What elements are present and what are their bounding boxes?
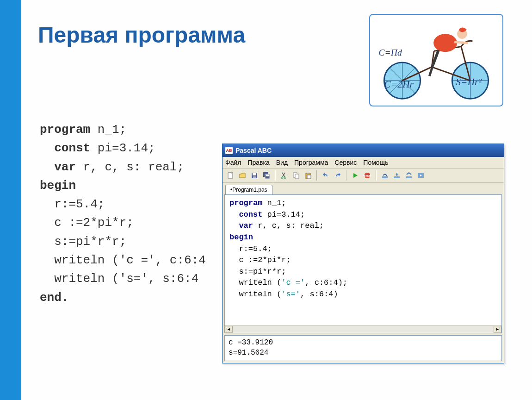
redo-icon[interactable]	[333, 170, 343, 181]
save-all-icon[interactable]	[261, 170, 272, 181]
svg-line-15	[454, 42, 468, 43]
output-panel: c =33.9120 s=91.5624	[224, 335, 502, 361]
svg-point-13	[433, 34, 457, 52]
step-out-icon[interactable]	[404, 170, 414, 181]
tabbar: •Program1.pas	[223, 183, 504, 194]
menu-edit[interactable]: Правка	[247, 159, 269, 166]
svg-rect-20	[253, 173, 256, 175]
output-line: s=91.5624	[229, 348, 498, 358]
toolbar: STOP	[223, 169, 504, 183]
copy-icon[interactable]	[291, 170, 301, 181]
window-title: Pascal ABC	[235, 147, 272, 154]
svg-rect-34	[394, 176, 400, 178]
menubar: Файл Правка Вид Программа Сервис Помощь	[223, 157, 504, 169]
formula-c-2pr: C=2Пr	[384, 79, 414, 90]
menu-program[interactable]: Программа	[294, 159, 328, 166]
stop-icon[interactable]: STOP	[362, 170, 372, 181]
svg-rect-31	[307, 175, 311, 179]
new-file-icon[interactable]	[225, 170, 235, 181]
scroll-left-icon[interactable]: ◄	[225, 326, 233, 333]
menu-file[interactable]: Файл	[225, 159, 241, 166]
code-editor[interactable]: program n_1; const pi=3.14; var r, c, s:…	[224, 194, 502, 333]
window-titlebar[interactable]: AB Pascal ABC	[223, 144, 504, 157]
svg-text:STOP: STOP	[364, 175, 371, 177]
step-over-icon[interactable]	[380, 170, 390, 181]
svg-rect-33	[382, 176, 388, 178]
svg-rect-35	[406, 176, 412, 178]
slide-code-block: program n_1; const pi=3.14; var r, c, s:…	[40, 120, 206, 307]
scroll-right-icon[interactable]: ►	[494, 326, 501, 333]
cut-icon[interactable]	[279, 170, 289, 181]
slide-accent-stripe	[0, 0, 21, 400]
formula-c-pd: C=Пd	[379, 48, 402, 57]
save-icon[interactable]	[249, 170, 260, 181]
svg-rect-28	[295, 174, 299, 179]
app-icon: AB	[225, 147, 233, 154]
undo-icon[interactable]	[321, 170, 331, 181]
file-tab[interactable]: •Program1.pas	[225, 185, 272, 194]
paste-icon[interactable]	[303, 170, 313, 181]
horizontal-scrollbar[interactable]: ◄ ►	[225, 325, 501, 333]
output-line: c =33.9120	[229, 338, 498, 348]
svg-rect-30	[307, 173, 309, 174]
svg-rect-21	[253, 176, 256, 178]
open-file-icon[interactable]	[237, 170, 247, 181]
goto-cursor-icon[interactable]	[416, 170, 426, 181]
run-icon[interactable]	[350, 170, 360, 181]
step-into-icon[interactable]	[392, 170, 402, 181]
formula-s-pr2: S=Пr²	[456, 76, 482, 88]
formula-illustration: C=Пd C=2Пr S=Пr²	[369, 14, 503, 106]
pascal-abc-window: AB Pascal ABC Файл Правка Вид Программа …	[222, 144, 504, 363]
menu-help[interactable]: Помощь	[363, 159, 388, 166]
slide-title: Первая программа	[38, 22, 245, 48]
menu-service[interactable]: Сервис	[334, 159, 357, 166]
menu-view[interactable]: Вид	[276, 159, 288, 166]
svg-rect-24	[266, 175, 269, 176]
